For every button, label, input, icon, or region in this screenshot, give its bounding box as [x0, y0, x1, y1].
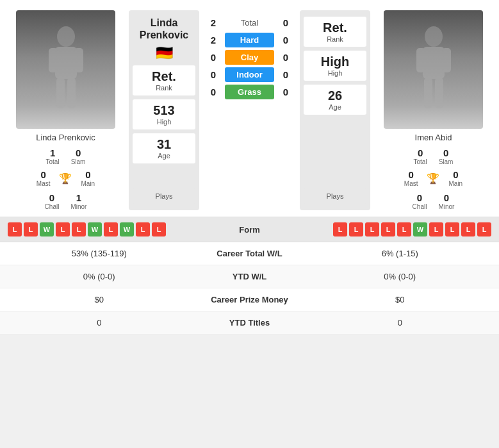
- match-stats: 2 Total 0 2 Hard 0 0 Clay 0 0 Indoor 0 0: [203, 10, 296, 210]
- player1-minor: 1 Minor: [70, 192, 86, 210]
- player1-photo: [16, 10, 115, 129]
- svg-rect-2: [49, 48, 58, 72]
- main-container: Linda Prenkovic 1 Total 0 Slam 0 Mast 🏆: [0, 0, 499, 335]
- player1-silhouette: [44, 25, 88, 115]
- form-pill-p1: L: [104, 222, 118, 236]
- player2-age-block: 26 Age: [304, 85, 366, 115]
- svg-rect-4: [56, 78, 65, 108]
- form-pill-p1: L: [152, 222, 166, 236]
- stats-p2-value: 6% (1-15): [314, 249, 487, 258]
- player2-rank-block: Ret. Rank: [304, 17, 366, 47]
- player1-high-block: 513 High: [133, 99, 195, 129]
- player1-name: Linda Prenkovic: [36, 133, 95, 142]
- stats-p2-value: 0: [314, 318, 487, 328]
- total-row: 2 Total 0: [206, 15, 293, 30]
- player1-card: Linda Prenkovic 1 Total 0 Slam 0 Mast 🏆: [6, 10, 125, 210]
- form-pill-p1: L: [72, 222, 86, 236]
- svg-rect-7: [423, 47, 445, 79]
- player1-stats-top: 1 Total 0 Slam: [46, 147, 86, 165]
- player1-flag: 🇩🇪: [156, 45, 173, 62]
- stats-label: YTD W/L: [186, 272, 314, 281]
- player1-title: LindaPrenkovic: [140, 17, 188, 41]
- player2-center-card: Ret. Rank High High 26 Age Plays: [300, 10, 370, 210]
- player2-chall: 0 Chall: [413, 192, 427, 210]
- player2-plays-block: Plays: [304, 188, 366, 204]
- stats-label: Career Total W/L: [186, 249, 314, 258]
- stats-p1-value: $0: [13, 295, 186, 304]
- player2-high-block: High High: [304, 51, 366, 81]
- player1-slam: 0 Slam: [71, 147, 86, 165]
- form-label: Form: [211, 225, 288, 235]
- player2-stats-bot: 0 Chall 0 Minor: [413, 192, 455, 210]
- player1-total: 1 Total: [46, 147, 60, 165]
- stats-row: $0Career Prize Money$0: [0, 288, 499, 311]
- hard-row: 2 Hard 0: [206, 33, 293, 47]
- player2-silhouette: [411, 25, 456, 115]
- stats-p2-value: 0% (0-0): [314, 272, 487, 281]
- player1-rank-block: Ret. Rank: [133, 65, 195, 95]
- form-pill-p2: L: [397, 222, 411, 236]
- form-pill-p2: L: [365, 222, 379, 236]
- form-pill-p2: L: [381, 222, 395, 236]
- player2-mast: 0 Mast: [404, 169, 418, 187]
- form-pill-p2: L: [333, 222, 347, 236]
- form-pill-p2: L: [349, 222, 363, 236]
- form-pill-p2: L: [477, 222, 491, 236]
- form-pill-p1: L: [56, 222, 70, 236]
- player2-trophy-icon: 🏆: [427, 172, 439, 185]
- svg-rect-11: [435, 78, 443, 108]
- form-pill-p1: W: [120, 222, 134, 236]
- player1-chall: 0 Chall: [45, 192, 60, 210]
- player2-form-pills: LLLLLWLLLL: [288, 222, 492, 236]
- stats-p1-value: 0% (0-0): [13, 272, 186, 281]
- form-pill-p2: L: [429, 222, 443, 236]
- svg-point-6: [425, 26, 443, 47]
- form-pill-p1: L: [24, 222, 38, 236]
- svg-rect-3: [74, 48, 83, 72]
- player1-age-block: 31 Age: [133, 133, 195, 163]
- form-section: LLWLLWLWLL Form LLLLLWLLLL: [0, 217, 499, 242]
- svg-rect-9: [442, 48, 451, 72]
- form-pill-p1: W: [88, 222, 102, 236]
- player1-trophy-icon: 🏆: [59, 172, 72, 185]
- stats-p1-value: 53% (135-119): [13, 249, 186, 258]
- svg-rect-10: [424, 78, 432, 108]
- player2-total: 0 Total: [414, 147, 427, 165]
- stats-row: 53% (135-119)Career Total W/L6% (1-15): [0, 242, 499, 265]
- player2-photo: [384, 10, 483, 129]
- player1-mast: 0 Mast: [37, 169, 51, 187]
- player2-stats-top: 0 Total 0 Slam: [414, 147, 454, 165]
- player2-stats-mid: 0 Mast 🏆 0 Main: [404, 169, 462, 187]
- grass-row: 0 Grass 0: [206, 85, 293, 99]
- player1-stats-mid: 0 Mast 🏆 0 Main: [37, 169, 95, 187]
- svg-rect-1: [55, 47, 77, 79]
- player2-main: 0 Main: [448, 169, 462, 187]
- stats-p2-value: $0: [314, 295, 487, 304]
- player1-center-card: LindaPrenkovic 🇩🇪 Ret. Rank 513 High 31 …: [129, 10, 199, 210]
- form-pill-p1: W: [40, 222, 54, 236]
- stats-label: Career Prize Money: [186, 295, 314, 304]
- player1-main: 0 Main: [81, 169, 95, 187]
- player1-stats-bot: 0 Chall 1 Minor: [45, 192, 87, 210]
- clay-row: 0 Clay 0: [206, 50, 293, 65]
- stats-row: 0YTD Titles0: [0, 311, 499, 335]
- player1-form-pills: LLWLLWLWLL: [8, 222, 211, 236]
- player2-card: Imen Abid 0 Total 0 Slam 0 Mast 🏆 0: [374, 10, 493, 210]
- form-pill-p1: L: [8, 222, 22, 236]
- form-pill-p2: L: [461, 222, 475, 236]
- stats-row: 0% (0-0)YTD W/L0% (0-0): [0, 265, 499, 288]
- svg-point-0: [57, 26, 75, 47]
- player2-name: Imen Abid: [415, 133, 452, 142]
- career-stats-table: 53% (135-119)Career Total W/L6% (1-15)0%…: [0, 242, 499, 335]
- form-pill-p2: W: [413, 222, 427, 236]
- stats-label: YTD Titles: [186, 318, 314, 328]
- player1-plays-block: Plays: [133, 188, 195, 204]
- player2-minor: 0 Minor: [438, 192, 454, 210]
- indoor-row: 0 Indoor 0: [206, 67, 293, 82]
- player2-slam: 0 Slam: [439, 147, 454, 165]
- svg-rect-8: [416, 48, 425, 72]
- player-section: Linda Prenkovic 1 Total 0 Slam 0 Mast 🏆: [0, 0, 499, 217]
- svg-rect-5: [67, 78, 76, 108]
- form-pill-p2: L: [445, 222, 459, 236]
- form-pill-p1: L: [136, 222, 150, 236]
